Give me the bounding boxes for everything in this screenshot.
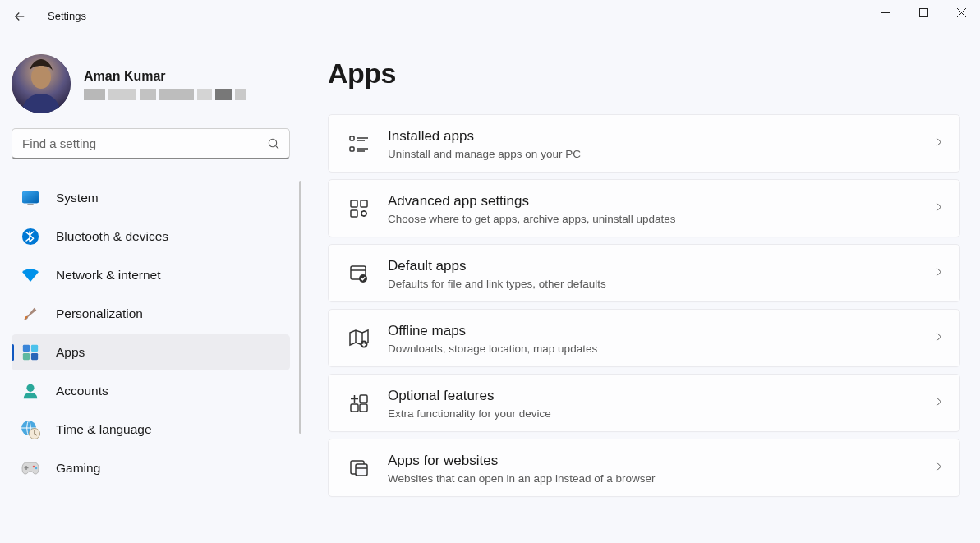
apps-gear-icon bbox=[345, 199, 373, 219]
bluetooth-icon bbox=[20, 226, 41, 247]
page-title: Apps bbox=[328, 58, 960, 90]
brush-icon bbox=[20, 303, 41, 324]
sidebar: Aman Kumar bbox=[0, 33, 301, 543]
sidebar-item-personalization[interactable]: Personalization bbox=[12, 296, 290, 332]
gamepad-icon bbox=[20, 458, 41, 479]
svg-rect-19 bbox=[351, 200, 357, 207]
website-app-icon bbox=[345, 458, 373, 478]
svg-rect-6 bbox=[27, 204, 33, 205]
clock-globe-icon bbox=[20, 419, 41, 440]
svg-rect-0 bbox=[919, 8, 927, 16]
apps-plus-icon bbox=[345, 393, 373, 413]
sidebar-item-label: Personalization bbox=[56, 306, 143, 321]
card-installed-apps[interactable]: Installed apps Uninstall and manage apps… bbox=[328, 114, 960, 173]
card-optional-features[interactable]: Optional features Extra functionality fo… bbox=[328, 374, 960, 432]
profile-block[interactable]: Aman Kumar bbox=[12, 33, 301, 128]
card-title: Apps for websites bbox=[388, 451, 933, 471]
maximize-button[interactable] bbox=[904, 0, 942, 25]
chevron-right-icon bbox=[933, 136, 945, 151]
card-subtitle: Defaults for file and link types, other … bbox=[388, 278, 933, 290]
card-title: Offline maps bbox=[388, 321, 933, 341]
card-subtitle: Downloads, storage location, map updates bbox=[388, 343, 933, 355]
sidebar-item-label: System bbox=[56, 191, 99, 205]
close-button[interactable] bbox=[942, 0, 980, 25]
card-title: Advanced app settings bbox=[388, 191, 933, 211]
svg-point-15 bbox=[33, 466, 35, 468]
card-offline-maps[interactable]: Offline maps Downloads, storage location… bbox=[328, 309, 960, 367]
card-default-apps[interactable]: Default apps Defaults for file and link … bbox=[328, 244, 960, 302]
card-advanced-app-settings[interactable]: Advanced app settings Choose where to ge… bbox=[328, 179, 960, 237]
search-input[interactable] bbox=[12, 136, 258, 150]
svg-rect-28 bbox=[360, 404, 367, 412]
svg-rect-27 bbox=[351, 404, 358, 412]
svg-rect-26 bbox=[360, 395, 367, 403]
sidebar-item-label: Apps bbox=[56, 345, 85, 360]
svg-rect-17 bbox=[350, 136, 354, 140]
svg-rect-10 bbox=[23, 353, 30, 360]
person-icon bbox=[20, 380, 41, 402]
back-button[interactable] bbox=[0, 0, 39, 33]
svg-point-3 bbox=[269, 139, 276, 146]
svg-rect-11 bbox=[31, 353, 38, 360]
app-check-icon bbox=[345, 264, 373, 283]
chevron-right-icon bbox=[933, 331, 945, 346]
chevron-right-icon bbox=[933, 266, 945, 281]
sidebar-item-gaming[interactable]: Gaming bbox=[12, 450, 290, 486]
system-icon bbox=[20, 187, 41, 209]
sidebar-item-label: Accounts bbox=[56, 384, 108, 398]
svg-rect-9 bbox=[31, 345, 38, 352]
svg-rect-21 bbox=[351, 210, 357, 217]
sidebar-item-label: Gaming bbox=[56, 461, 100, 476]
nav-list: System Bluetooth & devices Network & int… bbox=[12, 177, 301, 543]
chevron-right-icon bbox=[933, 396, 945, 411]
profile-email-redacted bbox=[84, 89, 246, 100]
sidebar-item-label: Bluetooth & devices bbox=[56, 229, 168, 244]
svg-rect-5 bbox=[22, 191, 39, 203]
sidebar-item-system[interactable]: System bbox=[12, 180, 290, 216]
svg-point-12 bbox=[26, 384, 34, 392]
card-title: Installed apps bbox=[388, 127, 933, 146]
arrow-left-icon bbox=[12, 9, 27, 24]
close-icon bbox=[957, 8, 966, 17]
svg-point-2 bbox=[31, 66, 51, 89]
profile-name: Aman Kumar bbox=[84, 67, 246, 85]
card-title: Optional features bbox=[388, 386, 933, 406]
svg-rect-8 bbox=[23, 345, 30, 352]
main-content: Apps Installed apps Uninstall and manage… bbox=[301, 33, 980, 543]
minimize-icon bbox=[881, 8, 890, 17]
sidebar-item-network[interactable]: Network & internet bbox=[12, 257, 290, 293]
window-title: Settings bbox=[39, 0, 86, 33]
sidebar-item-apps[interactable]: Apps bbox=[12, 334, 290, 370]
card-subtitle: Websites that can open in an app instead… bbox=[388, 472, 933, 485]
maximize-icon bbox=[919, 8, 928, 17]
sidebar-item-accounts[interactable]: Accounts bbox=[12, 373, 290, 409]
map-download-icon bbox=[345, 329, 373, 348]
svg-rect-18 bbox=[350, 147, 354, 151]
window-controls bbox=[867, 0, 980, 25]
avatar bbox=[12, 54, 71, 113]
titlebar: Settings bbox=[0, 0, 980, 33]
card-title: Default apps bbox=[388, 256, 933, 276]
sidebar-item-time-language[interactable]: Time & language bbox=[12, 412, 290, 448]
search-box[interactable] bbox=[12, 128, 290, 159]
card-subtitle: Uninstall and manage apps on your PC bbox=[388, 148, 933, 160]
svg-point-16 bbox=[35, 467, 38, 470]
sidebar-item-label: Time & language bbox=[56, 422, 152, 437]
svg-rect-30 bbox=[356, 464, 367, 476]
apps-icon bbox=[20, 342, 41, 363]
minimize-button[interactable] bbox=[867, 0, 904, 25]
scrollbar[interactable] bbox=[299, 181, 301, 434]
card-apps-for-websites[interactable]: Apps for websites Websites that can open… bbox=[328, 439, 960, 497]
svg-point-7 bbox=[22, 228, 39, 245]
search-icon bbox=[258, 137, 289, 150]
chevron-right-icon bbox=[933, 461, 945, 476]
wifi-icon bbox=[20, 265, 41, 286]
svg-rect-20 bbox=[361, 200, 367, 207]
chevron-right-icon bbox=[933, 201, 945, 216]
card-subtitle: Choose where to get apps, archive apps, … bbox=[388, 213, 933, 225]
card-subtitle: Extra functionality for your device bbox=[388, 407, 933, 420]
sidebar-item-label: Network & internet bbox=[56, 268, 161, 283]
sidebar-item-bluetooth[interactable]: Bluetooth & devices bbox=[12, 219, 290, 255]
list-icon bbox=[345, 135, 373, 153]
